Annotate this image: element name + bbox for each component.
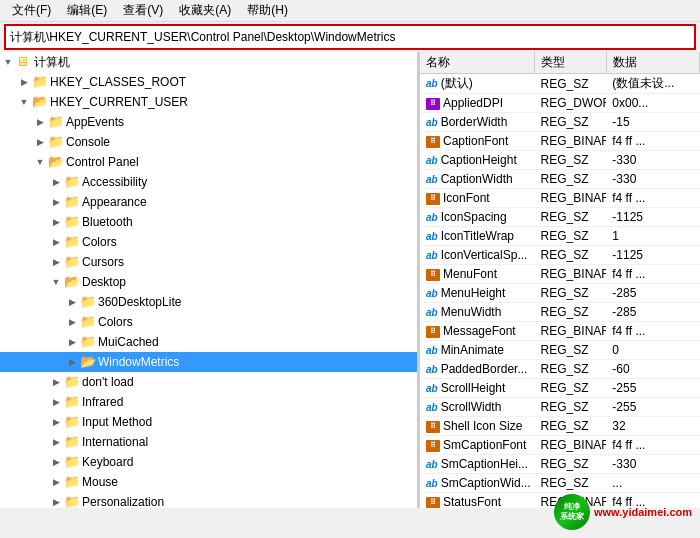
- table-row[interactable]: abMenuWidthREG_SZ-285: [420, 303, 700, 322]
- tree-expand-btn[interactable]: ▶: [16, 74, 32, 90]
- tree-item-personalization[interactable]: ▶📁Personalization: [0, 492, 417, 508]
- tree-expand-btn[interactable]: ▼: [16, 94, 32, 110]
- tree-expand-btn[interactable]: ▶: [48, 254, 64, 270]
- table-row[interactable]: ⠿AppliedDPIREG_DWORD0x00...: [420, 94, 700, 113]
- tree-item-hkcu[interactable]: ▼📂HKEY_CURRENT_USER: [0, 92, 417, 112]
- tree-item-controlpanel[interactable]: ▼📂Control Panel: [0, 152, 417, 172]
- reg-name: ⠿SmCaptionFont: [420, 436, 535, 455]
- table-row[interactable]: ⠿MenuFontREG_BINARYf4 ff ...: [420, 265, 700, 284]
- tree-item-computer[interactable]: ▼🖥计算机: [0, 52, 417, 72]
- reg-name: abCaptionWidth: [420, 170, 535, 189]
- tree-expand-btn[interactable]: ▼: [0, 54, 16, 70]
- table-row[interactable]: abScrollWidthREG_SZ-255: [420, 398, 700, 417]
- tree-expand-btn[interactable]: ▶: [32, 134, 48, 150]
- tree-item-console[interactable]: ▶📁Console: [0, 132, 417, 152]
- reg-data: -60: [606, 360, 699, 379]
- table-row[interactable]: abIconSpacingREG_SZ-1125: [420, 208, 700, 227]
- table-row[interactable]: ⠿IconFontREG_BINARYf4 ff ...: [420, 189, 700, 208]
- table-row[interactable]: abSmCaptionWid...REG_SZ...: [420, 474, 700, 493]
- reg-data: (数值未设...: [606, 74, 699, 94]
- reg-name: abCaptionHeight: [420, 151, 535, 170]
- table-row[interactable]: ⠿MessageFontREG_BINARYf4 ff ...: [420, 322, 700, 341]
- tree-item-mouse[interactable]: ▶📁Mouse: [0, 472, 417, 492]
- tree-item-bluetooth[interactable]: ▶📁Bluetooth: [0, 212, 417, 232]
- tree-expand-btn[interactable]: ▶: [48, 474, 64, 490]
- table-row[interactable]: ab(默认)REG_SZ(数值未设...: [420, 74, 700, 94]
- tree-item-keyboard[interactable]: ▶📁Keyboard: [0, 452, 417, 472]
- table-row[interactable]: abBorderWidthREG_SZ-15: [420, 113, 700, 132]
- menu-item-h[interactable]: 帮助(H): [239, 0, 296, 21]
- tree-expand-btn[interactable]: ▶: [48, 194, 64, 210]
- reg-type-icon: ab: [426, 288, 438, 299]
- table-row[interactable]: ⠿Shell Icon SizeREG_SZ32: [420, 417, 700, 436]
- tree-expand-btn[interactable]: ▶: [48, 434, 64, 450]
- tree-expand-btn[interactable]: ▶: [48, 494, 64, 508]
- table-row[interactable]: abMinAnimateREG_SZ0: [420, 341, 700, 360]
- table-header-数据: 数据: [606, 52, 699, 74]
- table-row[interactable]: abScrollHeightREG_SZ-255: [420, 379, 700, 398]
- table-row[interactable]: ⠿SmCaptionFontREG_BINARYf4 ff ...: [420, 436, 700, 455]
- table-row[interactable]: abPaddedBorder...REG_SZ-60: [420, 360, 700, 379]
- menu-item-v[interactable]: 查看(V): [115, 0, 171, 21]
- reg-name: ⠿CaptionFont: [420, 132, 535, 151]
- reg-type: REG_SZ: [535, 246, 607, 265]
- tree-item-appevents[interactable]: ▶📁AppEvents: [0, 112, 417, 132]
- tree-item-muicached[interactable]: ▶📁MuiCached: [0, 332, 417, 352]
- reg-name-text: IconVerticalSp...: [441, 248, 528, 262]
- table-row[interactable]: abMenuHeightREG_SZ-285: [420, 284, 700, 303]
- table-row[interactable]: abCaptionHeightREG_SZ-330: [420, 151, 700, 170]
- tree-item-label: Cursors: [82, 255, 124, 269]
- tree-expand-btn[interactable]: ▶: [64, 354, 80, 370]
- tree-expand-btn[interactable]: ▶: [64, 294, 80, 310]
- tree-expand-btn[interactable]: ▶: [64, 314, 80, 330]
- reg-type: REG_BINARY: [535, 436, 607, 455]
- tree-expand-btn[interactable]: ▶: [48, 374, 64, 390]
- tree-item-appearance[interactable]: ▶📁Appearance: [0, 192, 417, 212]
- tree-item-360desktoplite[interactable]: ▶📁360DesktopLite: [0, 292, 417, 312]
- folder-icon: 📁: [80, 294, 96, 310]
- tree-item-colors[interactable]: ▶📁Colors: [0, 232, 417, 252]
- folder-icon: 📂: [80, 354, 96, 370]
- tree-expand-btn[interactable]: ▼: [48, 274, 64, 290]
- table-row[interactable]: abIconVerticalSp...REG_SZ-1125: [420, 246, 700, 265]
- menu-item-a[interactable]: 收藏夹(A): [171, 0, 239, 21]
- tree-expand-btn[interactable]: ▼: [32, 154, 48, 170]
- right-pane[interactable]: 名称类型数据 ab(默认)REG_SZ(数值未设...⠿AppliedDPIRE…: [420, 52, 700, 508]
- reg-name-text: SmCaptionWid...: [441, 476, 531, 490]
- menu-item-f[interactable]: 文件(F): [4, 0, 59, 21]
- tree-item-hkcr[interactable]: ▶📁HKEY_CLASSES_ROOT: [0, 72, 417, 92]
- reg-type-icon: ab: [426, 155, 438, 166]
- tree-item-cursors[interactable]: ▶📁Cursors: [0, 252, 417, 272]
- tree-item-colors2[interactable]: ▶📁Colors: [0, 312, 417, 332]
- tree-item-dontload[interactable]: ▶📁don't load: [0, 372, 417, 392]
- tree-expand-btn[interactable]: ▶: [32, 114, 48, 130]
- reg-name-text: Shell Icon Size: [443, 419, 522, 433]
- tree-expand-btn[interactable]: ▶: [48, 414, 64, 430]
- reg-type: REG_BINARY: [535, 132, 607, 151]
- tree-item-windowmetrics[interactable]: ▶📂WindowMetrics: [0, 352, 417, 372]
- tree-expand-btn[interactable]: ▶: [64, 334, 80, 350]
- reg-data: -330: [606, 170, 699, 189]
- tree-item-infrared[interactable]: ▶📁Infrared: [0, 392, 417, 412]
- tree-expand-btn[interactable]: ▶: [48, 174, 64, 190]
- tree-expand-btn[interactable]: ▶: [48, 394, 64, 410]
- reg-name: ⠿Shell Icon Size: [420, 417, 535, 436]
- table-row[interactable]: abSmCaptionHei...REG_SZ-330: [420, 455, 700, 474]
- tree-item-inputmethod[interactable]: ▶📁Input Method: [0, 412, 417, 432]
- table-row[interactable]: abCaptionWidthREG_SZ-330: [420, 170, 700, 189]
- folder-icon: 📂: [32, 94, 48, 110]
- address-bar: 计算机\HKEY_CURRENT_USER\Control Panel\Desk…: [4, 24, 696, 50]
- tree-expand-btn[interactable]: ▶: [48, 454, 64, 470]
- tree-item-accessibility[interactable]: ▶📁Accessibility: [0, 172, 417, 192]
- table-row[interactable]: ⠿CaptionFontREG_BINARYf4 ff ...: [420, 132, 700, 151]
- tree-expand-btn[interactable]: ▶: [48, 234, 64, 250]
- tree-item-international[interactable]: ▶📁International: [0, 432, 417, 452]
- tree-expand-btn[interactable]: ▶: [48, 214, 64, 230]
- tree-pane[interactable]: ▼🖥计算机▶📁HKEY_CLASSES_ROOT▼📂HKEY_CURRENT_U…: [0, 52, 420, 508]
- tree-item-desktop[interactable]: ▼📂Desktop: [0, 272, 417, 292]
- menu-item-e[interactable]: 编辑(E): [59, 0, 115, 21]
- tree-item-label: 计算机: [34, 54, 70, 71]
- reg-type-icon: ab: [426, 383, 438, 394]
- table-row[interactable]: abIconTitleWrapREG_SZ1: [420, 227, 700, 246]
- reg-data: -330: [606, 455, 699, 474]
